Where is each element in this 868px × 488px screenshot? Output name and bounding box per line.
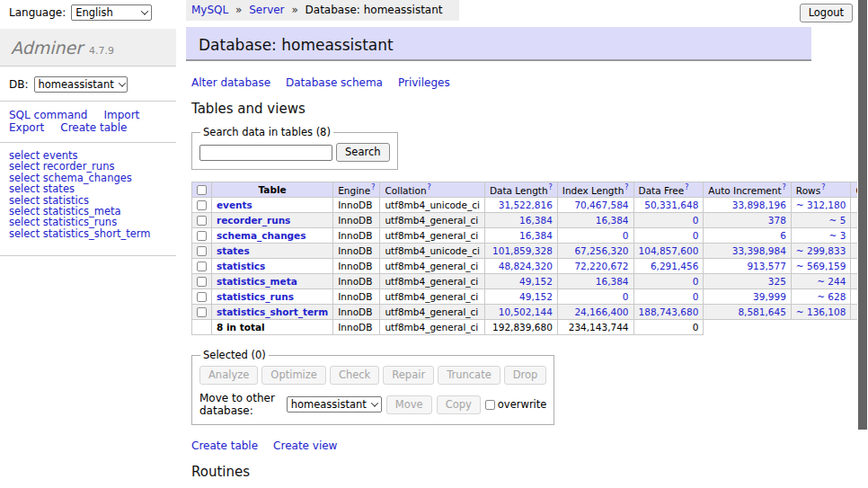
repair-button[interactable]: Repair [383, 366, 434, 385]
data-length-link[interactable]: 48,824,320 [490, 261, 553, 271]
data-length-link[interactable]: 101,859,328 [490, 245, 553, 256]
index-length-link[interactable]: 67,256,320 [562, 245, 629, 256]
copy-button[interactable]: Copy [437, 395, 481, 414]
row-checkbox[interactable] [197, 246, 207, 256]
help-link[interactable]: ? [549, 183, 553, 191]
rows-count-link[interactable]: ~ 3 [796, 230, 846, 241]
alter-database-link[interactable]: Alter database [191, 76, 270, 89]
help-link[interactable]: ? [685, 183, 688, 191]
db-select[interactable]: homeassistant [34, 76, 128, 93]
sidebar-item-select-states[interactable]: select states [9, 183, 176, 194]
help-link[interactable]: ? [783, 183, 786, 191]
sidebar-link-sql-command[interactable]: SQL command [9, 109, 87, 121]
create-table-link[interactable]: Create table [191, 439, 258, 452]
engine-value: InnoDB [333, 198, 380, 213]
database-schema-link[interactable]: Database schema [286, 76, 383, 89]
help-link[interactable]: ? [371, 183, 375, 191]
row-checkbox[interactable] [197, 216, 207, 226]
auto-increment-link[interactable]: 39,999 [708, 291, 786, 302]
sidebar-item-select-recorder-runs[interactable]: select recorder_runs [9, 161, 176, 172]
truncate-button[interactable]: Truncate [438, 366, 500, 385]
rows-count-link[interactable]: ~ 299,833 [796, 245, 846, 256]
auto-increment-link[interactable]: 6 [708, 230, 786, 241]
row-checkbox[interactable] [197, 292, 207, 302]
overwrite-checkbox[interactable] [485, 400, 495, 410]
row-checkbox[interactable] [197, 262, 207, 271]
privileges-link[interactable]: Privileges [398, 76, 450, 89]
sidebar-link-export[interactable]: Export [9, 121, 44, 134]
move-db-select[interactable]: homeassistant [287, 396, 382, 413]
index-length-link[interactable]: 72,220,672 [562, 261, 629, 271]
index-length-link[interactable]: 16,384 [562, 276, 629, 287]
help-link[interactable]: ? [624, 183, 628, 191]
data-free-link[interactable]: 0 [639, 291, 699, 302]
breadcrumb-driver-link[interactable]: MySQL [191, 4, 228, 16]
auto-increment-link[interactable]: 33,898,196 [708, 200, 786, 210]
data-free-link[interactable]: 6,291,456 [639, 261, 699, 271]
sidebar-link-import[interactable]: Import [103, 109, 139, 121]
data-free-link[interactable]: 50,331,648 [639, 200, 699, 210]
row-checkbox[interactable] [197, 307, 207, 317]
table-name-link[interactable]: statistics_meta [217, 276, 297, 287]
rows-count-link[interactable]: ~ 136,108 [796, 306, 846, 317]
table-name-link[interactable]: states [217, 245, 250, 256]
select-all-checkbox[interactable] [197, 185, 207, 195]
table-name-link[interactable]: recorder_runs [217, 215, 290, 226]
index-length-link[interactable]: 0 [562, 291, 629, 302]
auto-increment-link[interactable]: 913,577 [708, 261, 786, 271]
scrollbar[interactable] [857, 0, 868, 488]
index-length-link[interactable]: 16,384 [562, 215, 629, 226]
data-length-link[interactable]: 49,152 [490, 276, 553, 287]
column-header-data-length: Data Length? [484, 182, 557, 198]
rows-count-link[interactable]: ~ 312,180 [796, 200, 846, 210]
sidebar-item-select-statistics-short-term[interactable]: select statistics_short_term [9, 228, 176, 239]
data-length-link[interactable]: 10,502,144 [490, 306, 553, 317]
create-view-link[interactable]: Create view [273, 439, 337, 452]
data-free-link[interactable]: 0 [639, 215, 699, 226]
data-free-link[interactable]: 188,743,680 [639, 306, 699, 317]
sidebar-item-select-statistics-runs[interactable]: select statistics_runs [9, 217, 176, 227]
auto-increment-link[interactable]: 378 [708, 215, 786, 226]
search-input[interactable] [199, 145, 332, 161]
move-button[interactable]: Move [386, 395, 432, 414]
sidebar-link-create-table[interactable]: Create table [60, 121, 127, 134]
table-name-link[interactable]: schema_changes [217, 230, 306, 241]
auto-increment-link[interactable]: 33,398,984 [708, 245, 786, 256]
rows-count-link[interactable]: ~ 244 [796, 276, 846, 287]
data-free-link[interactable]: 0 [639, 230, 699, 241]
table-name-link[interactable]: statistics [217, 261, 265, 271]
logout-button[interactable]: Logout [800, 4, 853, 22]
rows-count-link[interactable]: ~ 569,159 [796, 261, 846, 271]
breadcrumb-server-link[interactable]: Server [249, 4, 284, 16]
search-button[interactable]: Search [336, 143, 390, 162]
check-button[interactable]: Check [330, 366, 379, 385]
row-checkbox[interactable] [197, 277, 207, 287]
table-row: statistics_runs InnoDB utf8mb4_general_c… [192, 289, 868, 305]
row-checkbox[interactable] [197, 231, 207, 241]
optimize-button[interactable]: Optimize [261, 366, 326, 385]
data-length-link[interactable]: 31,522,816 [490, 200, 553, 210]
data-length-link[interactable]: 16,384 [490, 215, 553, 226]
rows-count-link[interactable]: ~ 628 [796, 291, 846, 302]
data-free-link[interactable]: 0 [639, 276, 699, 287]
drop-button[interactable]: Drop [504, 366, 547, 385]
auto-increment-link[interactable]: 8,581,645 [708, 306, 786, 317]
data-free-link[interactable]: 104,857,600 [639, 245, 699, 256]
row-checkbox[interactable] [197, 200, 207, 210]
data-length-link[interactable]: 16,384 [490, 230, 553, 241]
rows-count-link[interactable]: ~ 5 [796, 215, 846, 226]
scrollbar-thumb[interactable] [858, 0, 867, 430]
index-length-link[interactable]: 70,467,584 [562, 200, 629, 210]
analyze-button[interactable]: Analyze [199, 366, 258, 385]
auto-increment-link[interactable]: 325 [708, 276, 786, 287]
table-name-link[interactable]: statistics_runs [217, 291, 294, 302]
table-name-link[interactable]: statistics_short_term [217, 306, 328, 317]
help-link[interactable]: ? [821, 183, 825, 191]
language-select[interactable]: English [71, 4, 152, 21]
table-name-link[interactable]: events [217, 200, 252, 210]
collation-value: utf8mb4_general_ci [380, 213, 484, 228]
data-length-link[interactable]: 49,152 [490, 291, 553, 302]
index-length-link[interactable]: 0 [562, 230, 629, 241]
index-length-link[interactable]: 24,166,400 [562, 306, 629, 317]
help-link[interactable]: ? [428, 183, 431, 191]
